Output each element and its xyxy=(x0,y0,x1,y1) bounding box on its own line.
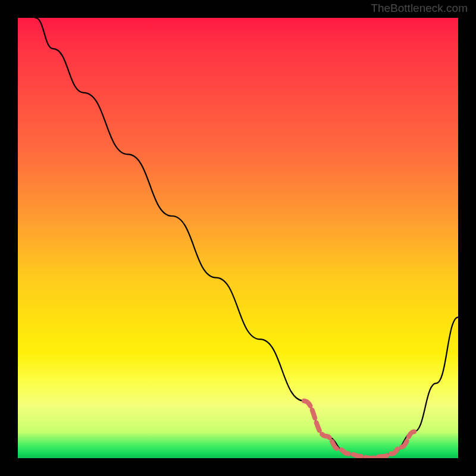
severity-gradient-background xyxy=(18,18,458,458)
bottleneck-chart: TheBottleneck.com xyxy=(0,0,476,476)
plot-area xyxy=(18,18,458,458)
watermark-text: TheBottleneck.com xyxy=(371,2,468,15)
